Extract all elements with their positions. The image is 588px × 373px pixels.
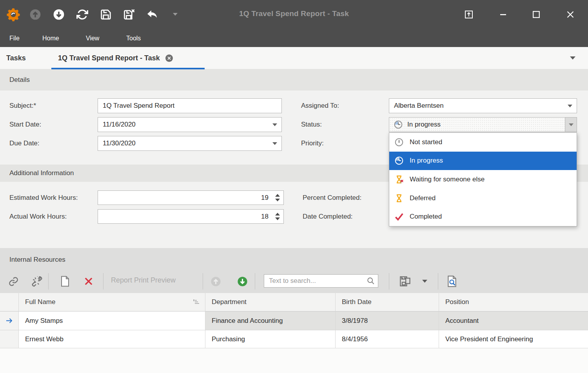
tab-task-detail[interactable]: 1Q Travel Spend Report - Task <box>58 47 173 69</box>
spin-down-icon[interactable] <box>275 217 280 220</box>
toolbar-separator <box>103 273 103 290</box>
spin-down-icon[interactable] <box>275 199 280 201</box>
toolbar-separator <box>389 273 389 290</box>
spin-up-icon[interactable] <box>275 213 280 215</box>
toolbar-separator <box>255 273 255 290</box>
section-internal-resources: Internal Resources Report Print Preview <box>0 248 588 293</box>
tab-close-icon[interactable] <box>165 54 173 62</box>
section-details: Details <box>0 69 588 91</box>
toolbar-separator <box>438 273 438 290</box>
unlink-icon[interactable] <box>28 272 45 290</box>
row-focus-arrow-icon <box>0 311 19 330</box>
hourglass-flag-icon <box>394 174 404 185</box>
start-date-label: Start Date: <box>9 121 41 129</box>
subject-label: Subject:* <box>9 102 36 110</box>
section-additional-title: Additional Information <box>9 169 74 177</box>
new-document-icon[interactable] <box>56 272 74 290</box>
cell-birth-date[interactable]: 8/4/1956 <box>336 330 439 348</box>
due-date-chevron-icon[interactable] <box>272 142 277 145</box>
status-option-deferred[interactable]: Deferred <box>389 189 577 208</box>
actual-hours-spinner[interactable]: 18 <box>98 209 284 224</box>
grid-header-row: Full Name Department Birth Date Position <box>0 293 588 311</box>
popup-window-icon[interactable] <box>461 6 477 23</box>
tab-tasks[interactable]: Tasks <box>6 47 26 69</box>
status-option-not-started[interactable]: Not started <box>389 133 577 152</box>
hourglass-icon <box>394 193 404 203</box>
assigned-to-label: Assigned To: <box>301 102 339 110</box>
cell-birth-date[interactable]: 3/8/1978 <box>336 311 439 330</box>
percent-completed-label: Percent Completed: <box>303 194 361 202</box>
cell-position[interactable]: Vice President of Engineering <box>439 330 588 348</box>
start-date-chevron-icon[interactable] <box>272 123 277 126</box>
section-details-title: Details <box>9 76 30 84</box>
cell-full-name[interactable]: Ernest Webb <box>19 330 205 348</box>
status-option-completed[interactable]: Completed <box>389 207 577 226</box>
move-down-icon[interactable] <box>234 272 251 290</box>
search-input[interactable] <box>264 275 365 287</box>
sort-ascending-icon <box>193 299 200 305</box>
move-up-icon[interactable] <box>207 272 224 290</box>
cell-department[interactable]: Finance and Accounting <box>205 311 336 330</box>
status-combobox[interactable]: In progress <box>389 117 577 132</box>
cell-department[interactable]: Purchasing <box>205 330 336 348</box>
estimated-hours-label: Estimated Work Hours: <box>9 194 78 202</box>
app-window: 1Q Travel Spend Report - Task File Home … <box>0 0 588 373</box>
export-save-icon[interactable] <box>397 272 414 290</box>
report-print-preview-button[interactable]: Report Print Preview <box>111 276 176 284</box>
due-date-label: Due Date: <box>9 139 40 147</box>
minimize-icon[interactable] <box>495 6 511 23</box>
due-date-combobox[interactable]: 11/30/2020 <box>98 136 282 151</box>
priority-label: Priority: <box>301 139 324 147</box>
document-tab-bar: Tasks 1Q Travel Spend Report - Task <box>0 47 588 69</box>
maximize-icon[interactable] <box>528 6 544 23</box>
assigned-to-combobox[interactable]: Alberta Berntsen <box>389 98 577 113</box>
link-icon[interactable] <box>5 272 22 290</box>
cell-position[interactable]: Accountant <box>439 311 588 330</box>
menu-file[interactable]: File <box>9 33 20 44</box>
column-header-full-name[interactable]: Full Name <box>19 293 205 311</box>
checkmark-icon <box>394 212 404 222</box>
actual-hours-label: Actual Work Hours: <box>9 213 67 221</box>
table-row[interactable]: Ernest Webb Purchasing 8/4/1956 Vice Pre… <box>0 330 588 348</box>
toolbar-separator <box>203 273 203 290</box>
clock-quarter-icon <box>394 156 404 166</box>
column-header-position[interactable]: Position <box>439 293 588 311</box>
menu-view[interactable]: View <box>86 33 99 44</box>
menu-home[interactable]: Home <box>42 33 59 44</box>
start-date-combobox[interactable]: 11/16/2020 <box>98 117 282 132</box>
table-row[interactable]: Amy Stamps Finance and Accounting 3/8/19… <box>0 311 588 330</box>
row-indicator <box>0 330 19 348</box>
column-header-department[interactable]: Department <box>205 293 336 311</box>
clock-quarter-icon <box>393 120 403 130</box>
search-box <box>264 274 378 288</box>
resources-grid: Full Name Department Birth Date Position… <box>0 293 588 348</box>
estimated-hours-spinner[interactable]: 19 <box>98 190 284 205</box>
toolbar-separator <box>48 273 49 290</box>
spin-up-icon[interactable] <box>275 194 280 197</box>
grid-print-preview-icon[interactable] <box>443 272 461 290</box>
title-bar: 1Q Travel Spend Report - Task File Home … <box>0 0 588 47</box>
status-label: Status: <box>301 121 322 129</box>
cell-full-name[interactable]: Amy Stamps <box>19 311 205 330</box>
tab-overflow-chevron-icon[interactable] <box>570 56 575 60</box>
clock-outline-icon <box>394 137 404 147</box>
date-completed-label: Date Completed: <box>303 213 353 221</box>
column-header-birth-date[interactable]: Birth Date <box>336 293 439 311</box>
status-dropdown-panel: Not started In progress Waiting for some… <box>389 132 577 226</box>
delete-icon[interactable] <box>80 272 97 290</box>
grid-indicator-header <box>0 293 19 311</box>
subject-input[interactable]: 1Q Travel Spend Report <box>98 98 282 113</box>
search-icon[interactable] <box>367 277 375 285</box>
status-option-in-progress[interactable]: In progress <box>389 152 577 170</box>
status-option-waiting[interactable]: Waiting for someone else <box>389 170 577 189</box>
section-resources-title: Internal Resources <box>9 256 65 264</box>
close-icon[interactable] <box>562 6 579 23</box>
status-dropdown-button[interactable] <box>565 118 577 132</box>
assigned-to-chevron-icon[interactable] <box>568 105 572 107</box>
menu-tools[interactable]: Tools <box>126 33 141 44</box>
export-dropdown-chevron-icon[interactable] <box>418 272 431 290</box>
